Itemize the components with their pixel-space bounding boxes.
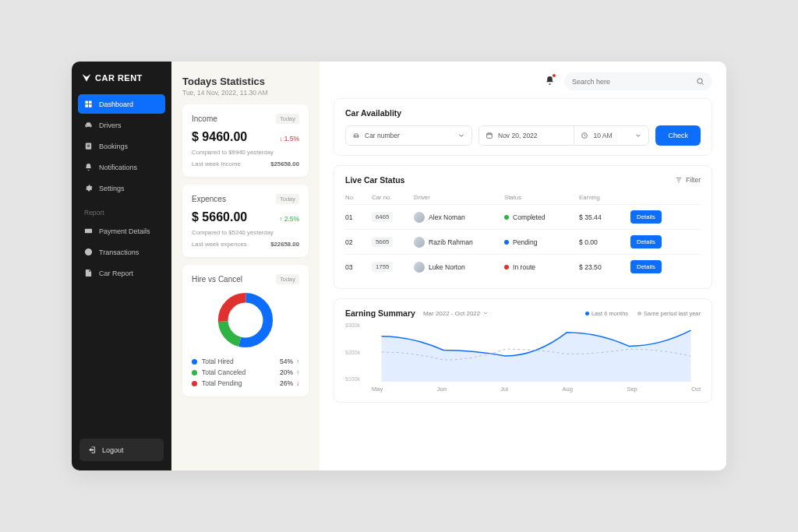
donut-legend: Total Hired54%↑ Total Canceled20%↑ Total…	[192, 358, 299, 387]
legend-pending: Total Pending26%↓	[192, 379, 299, 387]
report-icon	[84, 269, 93, 277]
calendar-icon	[486, 132, 493, 139]
chart-x-labels: MayJunJulAugSepOct	[372, 386, 701, 393]
sidebar-item-label: Car Report	[99, 270, 133, 277]
bell-icon	[84, 163, 93, 171]
sidebar-item-label: Payment Details	[99, 227, 150, 235]
driver-cell: Luke Norton	[414, 262, 500, 273]
notifications-bell[interactable]	[545, 75, 555, 89]
avatar	[414, 262, 425, 273]
date-select[interactable]: Nov 20, 2022	[479, 126, 574, 145]
car-icon	[84, 121, 93, 129]
sidebar-item-bookings[interactable]: Bookings	[78, 136, 165, 156]
sidebar: CAR RENT Dashboard Drivers Bookings Noti…	[72, 62, 171, 470]
status-dot-icon	[504, 215, 509, 220]
summary-legend: Last 6 months Same period last year	[585, 310, 701, 317]
chart-y-labels: $300k $200k $100k	[345, 322, 360, 382]
earning-cell: $ 0.00	[579, 238, 626, 246]
expenses-compare: Compared to $5240 yesterday	[192, 229, 274, 236]
table-row: 02 5665 Razib Rahman Pending $ 0.00 Deta…	[345, 229, 701, 254]
sidebar-report-nav: Payment Details Transactions Car Report	[72, 221, 171, 283]
brand-logo: CAR RENT	[72, 72, 171, 94]
stats-title: Todays Statistics	[182, 76, 309, 87]
filter-icon	[675, 176, 683, 184]
car-number-select[interactable]: Car number	[345, 125, 472, 146]
stats-column: Todays Statistics Tue, 14 Nov, 2022, 11.…	[171, 62, 320, 470]
details-button[interactable]: Details	[630, 235, 662, 248]
summary-range-select[interactable]: Mar 2022 - Oct 2022	[423, 310, 489, 317]
sidebar-item-label: Transactions	[99, 248, 139, 256]
legend-dot-icon	[192, 370, 197, 375]
details-button[interactable]: Details	[630, 210, 662, 224]
hire-tag: Today	[276, 274, 299, 284]
logout-button[interactable]: Logout	[79, 439, 164, 461]
earning-cell: $ 35.44	[579, 213, 626, 221]
car-icon	[352, 132, 360, 139]
sidebar-item-label: Bookings	[99, 143, 128, 150]
sidebar-nav: Dashboard Drivers Bookings Notifications…	[72, 94, 171, 198]
legend-dot-icon	[192, 359, 197, 365]
svg-point-3	[697, 79, 702, 83]
live-title: Live Car Status	[345, 175, 404, 185]
income-title: Income	[192, 115, 217, 123]
sidebar-item-label: Dashboard	[99, 100, 133, 108]
time-select[interactable]: 10 AM	[574, 126, 648, 145]
donut-chart	[192, 291, 299, 350]
table-header: No. Car no. Driver Status Earning	[345, 191, 701, 204]
availability-title: Car Availablity	[345, 108, 701, 118]
chevron-down-icon	[634, 132, 642, 139]
card-icon	[84, 227, 93, 235]
expenses-card: ExpencesToday $ 5660.00 ↑ 2.5% Compared …	[182, 185, 309, 257]
status-cell: Completed	[504, 213, 574, 221]
sidebar-item-dashboard[interactable]: Dashboard	[78, 94, 165, 114]
status-cell: Pending	[504, 238, 574, 246]
details-button[interactable]: Details	[630, 260, 662, 273]
arrow-up-icon: ↑	[296, 369, 299, 376]
sidebar-item-transactions[interactable]: Transactions	[78, 242, 165, 262]
sidebar-item-label: Notifications	[99, 164, 137, 171]
legend-dot-icon	[192, 381, 197, 386]
chevron-down-icon	[482, 310, 489, 316]
transactions-icon	[84, 248, 93, 256]
main-area: Car Availablity Car number Nov 20, 2022	[320, 62, 726, 470]
avatar	[414, 237, 425, 248]
filter-button[interactable]: Filter	[675, 176, 701, 184]
arrow-up-icon: ↑	[296, 358, 299, 365]
expenses-amount: $ 5660.00	[192, 210, 247, 224]
sidebar-item-payment-details[interactable]: Payment Details	[78, 221, 165, 241]
earning-cell: $ 23.50	[579, 263, 626, 271]
content: Car Availablity Car number Nov 20, 2022	[320, 98, 726, 414]
search-bar[interactable]	[564, 72, 712, 90]
grid-icon	[84, 100, 93, 108]
app-window: CAR RENT Dashboard Drivers Bookings Noti…	[72, 62, 726, 470]
sidebar-item-settings[interactable]: Settings	[78, 178, 165, 198]
check-button[interactable]: Check	[655, 125, 701, 146]
search-icon	[696, 77, 704, 86]
svg-rect-4	[487, 133, 493, 138]
driver-cell: Alex Noman	[414, 212, 500, 223]
legend-hired: Total Hired54%↑	[192, 358, 299, 365]
avatar	[414, 212, 425, 223]
brand-logo-icon	[81, 72, 92, 83]
table-row: 01 6465 Alex Noman Completed $ 35.44 Det…	[345, 204, 701, 229]
car-chip: 1755	[372, 262, 393, 272]
car-chip: 5665	[372, 237, 393, 247]
availability-panel: Car Availablity Car number Nov 20, 2022	[334, 98, 712, 156]
booking-icon	[84, 142, 93, 150]
hire-title: Hire vs Cancel	[192, 275, 242, 284]
sidebar-item-car-report[interactable]: Car Report	[78, 263, 165, 283]
clock-icon	[581, 132, 588, 139]
income-tag: Today	[276, 114, 299, 124]
brand-name: CAR RENT	[95, 73, 143, 83]
sidebar-item-drivers[interactable]: Drivers	[78, 115, 165, 135]
sidebar-item-notifications[interactable]: Notifications	[78, 157, 165, 177]
income-amount: $ 9460.00	[192, 130, 247, 144]
sidebar-item-label: Drivers	[99, 122, 122, 129]
hire-cancel-card: Hire vs CancelToday Total Hired54%↑ Tota…	[182, 265, 309, 396]
search-input[interactable]	[572, 78, 696, 86]
topbar	[320, 62, 726, 98]
stats-header: Todays Statistics Tue, 14 Nov, 2022, 11.…	[182, 76, 309, 97]
expenses-delta: ↑ 2.5%	[279, 215, 299, 223]
arrow-down-icon: ↓	[296, 380, 299, 387]
car-chip: 6465	[372, 212, 393, 222]
